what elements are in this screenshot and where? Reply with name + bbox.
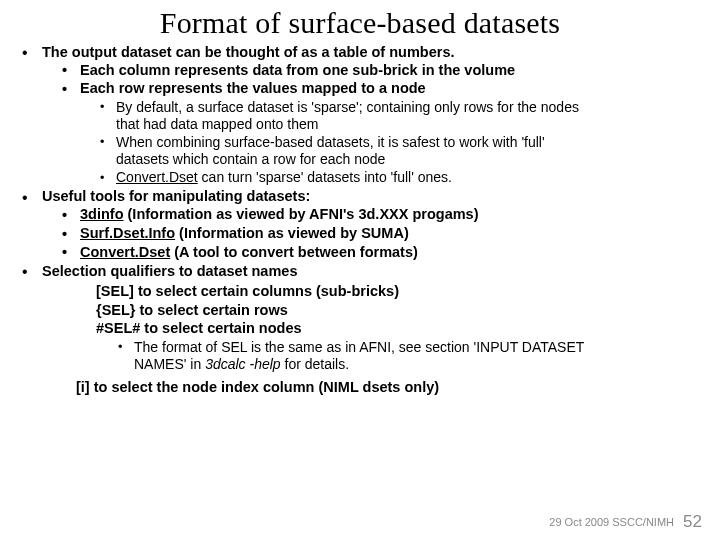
bullet-sel-format-note: The format of SEL is the same as in AFNI… [118,339,702,373]
sel-columns: [SEL] to select certain columns (sub-bri… [96,283,702,301]
text: (Information as viewed by SUMA) [175,225,409,241]
text: Selection qualifiers to dataset names [42,263,297,279]
sel-node-index: [i] to select the node index column (NIM… [76,379,702,397]
text: can turn 'sparse' datasets into 'full' o… [198,169,452,185]
text: By default, a surface dataset is 'sparse… [116,99,579,115]
bullet-convert-dset-full: Convert.Dset can turn 'sparse' datasets … [100,169,702,186]
text: (A tool to convert between formats) [170,244,418,260]
bullet-sparse-default: By default, a surface dataset is 'sparse… [100,99,702,133]
text: [i] [76,379,90,395]
text-3dcalc-help: 3dcalc -help [205,356,281,372]
text: datasets which contain a row for each no… [116,151,385,167]
sel-rows: {SEL} to select certain rows [96,302,702,320]
slide-body: The output dataset can be thought of as … [18,44,702,397]
text: progams) [408,206,478,222]
page-number: 52 [683,512,702,531]
text: The format of SEL is the same as in AFNI… [134,339,584,355]
footer-text: 29 Oct 2009 SSCC/NIMH [549,516,674,528]
text: that had data mapped onto them [116,116,318,132]
slide-footer: 29 Oct 2009 SSCC/NIMH 52 [549,512,702,532]
slide-title: Format of surface-based datasets [18,6,702,40]
bullet-3dinfo: 3dinfo (Information as viewed by AFNI's … [62,206,702,224]
spacer: The format of SEL is the same as in AFNI… [22,339,702,373]
link-convertdset: Convert.Dset [80,244,170,260]
bullet-combine-full: When combining surface-based datasets, i… [100,134,702,168]
text: The output dataset can be thought of as … [42,44,454,60]
text: [SEL] [96,283,134,299]
text: for details. [281,356,349,372]
bullet-useful-tools: Useful tools for manipulating datasets: … [22,188,702,261]
bullet-convertdset-tool: Convert.Dset (A tool to convert between … [62,244,702,262]
text: 3d.XXX [358,206,408,222]
text: #SEL# [96,320,140,336]
bullet-output-table: The output dataset can be thought of as … [22,44,702,186]
bullet-row-node: Each row represents the values mapped to… [62,80,702,98]
bullet-column-subbrick: Each column represents data from one sub… [62,62,702,80]
text: to select the node index column (NIML ds… [90,379,439,395]
text: {SEL} [96,302,136,318]
text: to select certain rows [136,302,288,318]
text: Useful tools for manipulating datasets: [42,188,310,204]
bullet-selection-qualifiers: Selection qualifiers to dataset names [22,263,702,281]
link-convert-dset: Convert.Dset [116,169,198,185]
selection-qualifier-list: [SEL] to select certain columns (sub-bri… [96,283,702,338]
text: to select certain columns (sub-bricks) [134,283,399,299]
text: to select certain nodes [140,320,301,336]
text: NAMES' in [134,356,205,372]
sel-nodes: #SEL# to select certain nodes [96,320,702,338]
slide: Format of surface-based datasets The out… [0,0,720,540]
link-surfdsetinfo: Surf.Dset.Info [80,225,175,241]
text: When combining surface-based datasets, i… [116,134,545,150]
bullet-surfdsetinfo: Surf.Dset.Info (Information as viewed by… [62,225,702,243]
text: (Information as viewed by AFNI's [124,206,359,222]
link-3dinfo: 3dinfo [80,206,124,222]
